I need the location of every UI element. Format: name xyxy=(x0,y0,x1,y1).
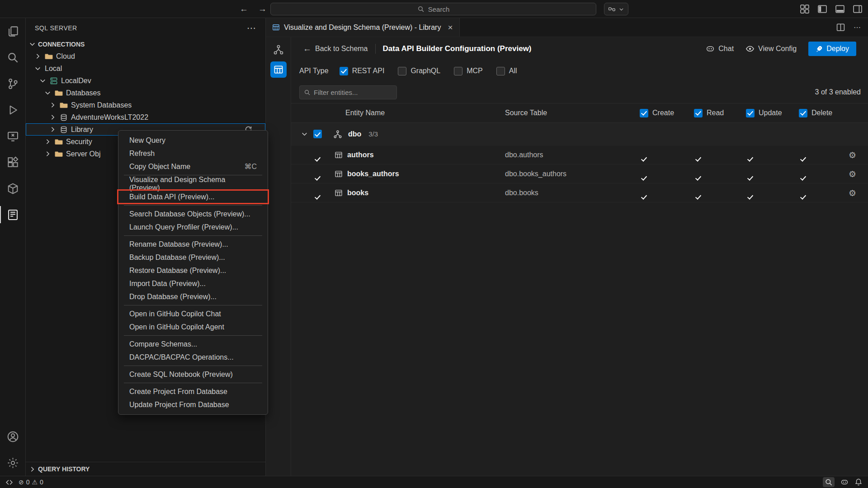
group-checkbox[interactable] xyxy=(313,130,322,138)
chevron-down-icon xyxy=(28,40,36,48)
database-icon xyxy=(60,126,68,134)
filter-entities-input[interactable] xyxy=(314,89,386,96)
section-query-history[interactable]: QUERY HISTORY xyxy=(26,462,265,476)
menu-item-backup-database[interactable]: Backup Database (Preview)... xyxy=(118,251,268,264)
chevron-down-icon[interactable] xyxy=(301,130,308,138)
tree-item-system-databases[interactable]: System Databases xyxy=(26,99,265,111)
row-settings-gear-icon[interactable]: ⚙ xyxy=(849,188,856,198)
errors-icon: ⊘ xyxy=(19,479,24,486)
view-config-button[interactable]: View Config xyxy=(745,44,797,53)
row-settings-gear-icon[interactable]: ⚙ xyxy=(849,150,856,160)
header-source-table: Source Table xyxy=(505,109,640,117)
layout-toggle-group xyxy=(800,0,863,18)
tree-item-localdev[interactable]: LocalDev xyxy=(26,75,265,87)
create-all-checkbox[interactable] xyxy=(640,109,648,117)
read-all-checkbox[interactable] xyxy=(694,109,703,117)
chevron-right-icon xyxy=(49,126,57,133)
settings-gear-icon[interactable] xyxy=(0,450,25,476)
data-api-builder-tool-icon[interactable] xyxy=(270,61,287,78)
database-projects-icon[interactable] xyxy=(0,175,25,202)
entity-row-books-authors: books_authors dbo.books_authors ⚙ xyxy=(291,164,868,183)
menu-separator xyxy=(124,366,262,366)
close-icon[interactable]: × xyxy=(448,23,453,33)
menu-item-search-database-objects[interactable]: Search Database Objects (Preview)... xyxy=(118,207,268,221)
deploy-button[interactable]: Deploy xyxy=(808,42,856,56)
tree-item-adventureworks[interactable]: AdventureWorksLT2022 xyxy=(26,111,265,123)
update-all-checkbox[interactable] xyxy=(746,109,755,117)
chevron-right-icon xyxy=(28,465,36,473)
tab-title: Visualize and Design Schema (Preview) - … xyxy=(284,23,441,32)
tree-item-label: Cloud xyxy=(56,52,75,61)
menu-item-rename-database[interactable]: Rename Database (Preview)... xyxy=(118,238,268,251)
graphql-checkbox[interactable] xyxy=(398,67,406,75)
context-menu: New Query Refresh Copy Object Name⌘C Vis… xyxy=(118,130,268,415)
api-type-rest: REST API xyxy=(340,67,385,75)
chevron-right-icon xyxy=(44,138,52,145)
customize-layout-icon[interactable] xyxy=(800,4,810,14)
mcp-checkbox[interactable] xyxy=(454,67,462,75)
rest-api-checkbox[interactable] xyxy=(340,67,348,75)
remote-indicator-icon[interactable] xyxy=(5,479,13,486)
chevron-right-icon xyxy=(34,52,42,60)
more-actions-icon[interactable]: ⋯ xyxy=(247,23,256,33)
tab-visualize-design-schema[interactable]: Visualize and Design Schema (Preview) - … xyxy=(266,18,460,37)
row-settings-gear-icon[interactable]: ⚙ xyxy=(849,169,856,179)
tree-item-cloud[interactable]: Cloud xyxy=(26,50,265,62)
all-checkbox[interactable] xyxy=(496,67,505,75)
split-editor-icon[interactable] xyxy=(836,23,845,32)
designer-tool-strip xyxy=(266,37,291,476)
section-connections[interactable]: CONNECTIONS xyxy=(26,38,265,50)
menu-item-visualize-design-schema[interactable]: Visualize and Design Schema (Preview)... xyxy=(118,177,268,190)
schema-diagram-tool-icon[interactable] xyxy=(270,42,287,58)
editor-more-actions-icon[interactable]: ⋯ xyxy=(854,23,861,32)
remote-monitor-icon[interactable] xyxy=(0,123,25,149)
account-icon[interactable] xyxy=(0,423,25,450)
layout-control-button[interactable] xyxy=(604,3,628,15)
search-icon xyxy=(304,89,311,96)
schema-group-row[interactable]: dbo 3/3 xyxy=(291,123,868,145)
run-debug-icon[interactable] xyxy=(0,97,25,123)
menu-item-update-project-from-database[interactable]: Update Project From Database xyxy=(118,398,268,411)
menu-item-copy-object-name[interactable]: Copy Object Name⌘C xyxy=(118,160,268,173)
menu-item-build-data-api[interactable]: Build Data API (Preview)... xyxy=(118,190,268,203)
menu-item-restore-database[interactable]: Restore Database (Preview)... xyxy=(118,264,268,277)
divider xyxy=(375,44,376,54)
source-control-icon[interactable] xyxy=(0,70,25,97)
menu-item-create-project-from-database[interactable]: Create Project From Database xyxy=(118,385,268,398)
folder-icon xyxy=(55,150,63,158)
menu-item-import-data[interactable]: Import Data (Preview)... xyxy=(118,277,268,290)
problems-indicator[interactable]: ⊘ 0 ⚠ 0 xyxy=(19,479,43,486)
menu-item-new-query[interactable]: New Query xyxy=(118,134,268,147)
folder-icon xyxy=(60,101,68,109)
menu-item-launch-query-profiler[interactable]: Launch Query Profiler (Preview)... xyxy=(118,221,268,234)
menu-item-dacpac-bacpac[interactable]: DACPAC/BACPAC Operations... xyxy=(118,351,268,364)
table-icon xyxy=(335,189,343,197)
copilot-status-icon[interactable] xyxy=(840,478,849,486)
delete-all-checkbox[interactable] xyxy=(799,109,807,117)
menu-item-create-sql-notebook[interactable]: Create SQL Notebook (Preview) xyxy=(118,368,268,381)
folder-icon xyxy=(55,138,63,146)
toggle-sidebar-right-icon[interactable] xyxy=(853,4,863,14)
zoom-status-button[interactable] xyxy=(823,477,835,487)
menu-item-drop-database[interactable]: Drop Database (Preview)... xyxy=(118,290,268,303)
back-to-schema-link[interactable]: ← Back to Schema xyxy=(303,44,368,54)
toggle-sidebar-left-icon[interactable] xyxy=(817,4,827,14)
menu-item-open-copilot-agent[interactable]: Open in GitHub Copilot Agent xyxy=(118,320,268,333)
explorer-icon[interactable] xyxy=(0,18,25,44)
toggle-panel-icon[interactable] xyxy=(835,4,845,14)
notifications-bell-icon[interactable] xyxy=(854,478,863,486)
tree-item-local[interactable]: Local xyxy=(26,62,265,75)
chat-button[interactable]: Chat xyxy=(706,44,734,53)
sql-server-icon[interactable] xyxy=(0,202,25,228)
extensions-icon[interactable] xyxy=(0,149,25,175)
global-search-box[interactable]: Search xyxy=(270,3,596,15)
menu-item-refresh[interactable]: Refresh xyxy=(118,147,268,160)
arrow-left-icon: ← xyxy=(303,44,311,54)
search-icon[interactable] xyxy=(0,44,25,70)
menu-item-compare-schemas[interactable]: Compare Schemas... xyxy=(118,338,268,351)
chevron-down-icon xyxy=(34,65,42,72)
menu-item-open-copilot-chat[interactable]: Open in GitHub Copilot Chat xyxy=(118,307,268,320)
nav-forward-icon[interactable]: → xyxy=(258,4,267,14)
nav-back-icon[interactable]: ← xyxy=(240,4,248,14)
tree-item-databases[interactable]: Databases xyxy=(26,87,265,99)
